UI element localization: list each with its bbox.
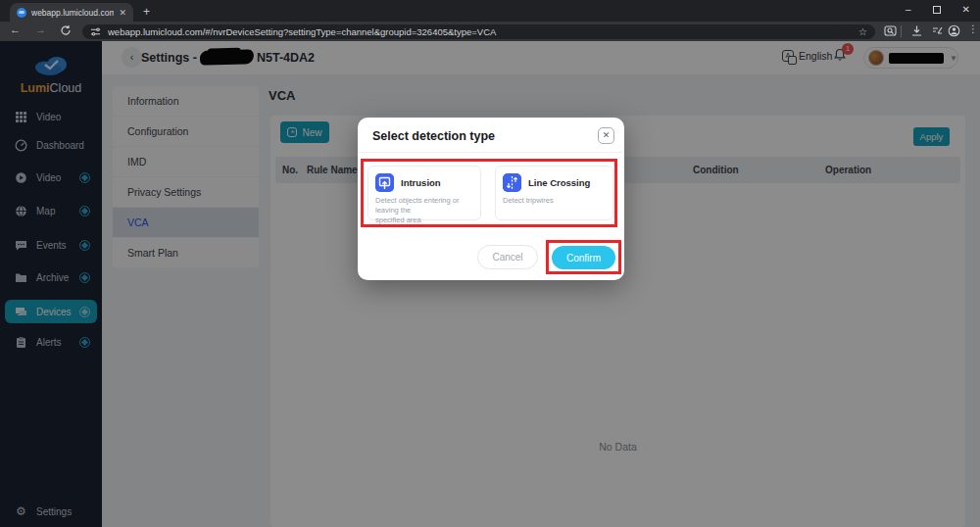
dialog-title: Select detection type bbox=[372, 129, 495, 143]
option-description: Detect objects entering or leaving the s… bbox=[375, 196, 478, 225]
dialog-close-button[interactable]: ✕ bbox=[598, 127, 614, 144]
reload-icon[interactable] bbox=[60, 24, 72, 36]
search-sidebar-icon[interactable] bbox=[884, 24, 897, 37]
forward-nav-icon[interactable]: → bbox=[35, 24, 46, 35]
option-description: Detect tripwires bbox=[503, 196, 606, 206]
line-crossing-icon bbox=[503, 173, 521, 192]
toolbar-divider bbox=[901, 25, 902, 37]
dialog-divider bbox=[358, 152, 624, 153]
site-favicon bbox=[17, 8, 26, 18]
window-close-button[interactable]: ✕ bbox=[962, 4, 970, 15]
option-card-line-crossing[interactable]: Line Crossing Detect tripwires bbox=[495, 166, 613, 220]
profile-icon[interactable] bbox=[948, 24, 960, 37]
download-icon[interactable] bbox=[910, 24, 923, 37]
url-bar[interactable]: webapp.lumicloud.com/#/nvrDeviceSetting?… bbox=[82, 24, 875, 39]
window-maximize-button[interactable] bbox=[933, 6, 941, 14]
tab-title: webapp.lumicloud.com/#/nvrD bbox=[31, 8, 114, 18]
browser-toolbar: ← → webapp.lumicloud.com/#/nvrDeviceSett… bbox=[0, 22, 980, 41]
browser-chrome: webapp.lumicloud.com/#/nvrD ✕ + – ✕ ← → … bbox=[0, 0, 980, 41]
tab-close-icon[interactable]: ✕ bbox=[119, 8, 126, 18]
option-card-intrusion[interactable]: Intrusion Detect objects entering or lea… bbox=[368, 166, 481, 220]
new-tab-button[interactable]: + bbox=[143, 5, 150, 19]
intrusion-icon bbox=[375, 173, 394, 192]
browser-menu-icon[interactable]: ⋮ bbox=[968, 24, 978, 34]
url-text: webapp.lumicloud.com/#/nvrDeviceSetting?… bbox=[108, 26, 852, 37]
browser-tab[interactable]: webapp.lumicloud.com/#/nvrD ✕ bbox=[10, 3, 133, 22]
app-window: LumiCloud Video Dashboard Video Map Even… bbox=[0, 41, 980, 527]
modal-overlay[interactable] bbox=[0, 41, 980, 527]
select-detection-type-dialog: Select detection type ✕ Intrusion Detect… bbox=[358, 118, 624, 280]
cancel-button[interactable]: Cancel bbox=[477, 245, 538, 269]
window-minimize-button[interactable]: – bbox=[906, 4, 911, 15]
site-settings-icon[interactable] bbox=[90, 26, 101, 37]
bookmark-star-icon[interactable]: ☆ bbox=[858, 26, 867, 37]
back-nav-icon[interactable]: ← bbox=[10, 24, 21, 35]
confirm-button[interactable]: Confirm bbox=[552, 246, 615, 269]
browser-essentials-icon[interactable] bbox=[931, 24, 944, 37]
